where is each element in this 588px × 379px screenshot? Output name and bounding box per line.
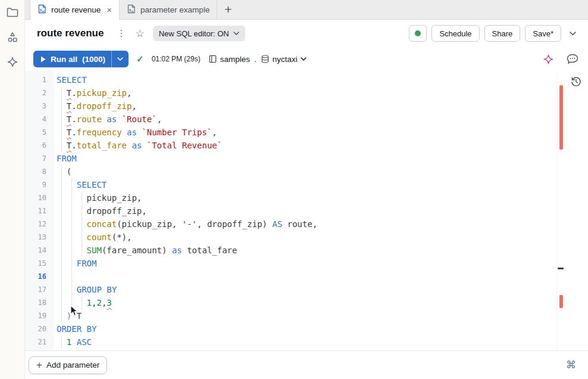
kebab-menu-icon[interactable]: ⋮	[112, 28, 130, 39]
code-line-row[interactable]: 10 pickup_zip,	[25, 191, 588, 204]
line-number: 15	[25, 257, 54, 270]
indent-guide	[61, 218, 62, 231]
code-line-row[interactable]: 5 T.frequency as `Number Trips`,	[25, 126, 588, 139]
code-line[interactable]: count(*),	[54, 231, 588, 244]
code-line-row[interactable]: 21 1 ASC	[25, 335, 588, 349]
code-line-row[interactable]: 6 T.total_fare as `Total Revenue`	[25, 139, 588, 152]
overview-ruler-divider	[556, 71, 557, 350]
share-button[interactable]: Share	[484, 25, 521, 42]
code-line[interactable]: T.total_fare as `Total Revenue`	[54, 139, 588, 152]
indent-guide	[61, 139, 62, 152]
query-toolbar: route revenue ⋮ ☆ New SQL editor: ON Sch…	[25, 20, 588, 47]
code-line-row[interactable]: 13 count(*),	[25, 231, 588, 244]
code-line[interactable]	[54, 270, 588, 283]
line-number: 12	[25, 218, 54, 231]
indent-guide	[71, 191, 72, 204]
indent-guide	[71, 231, 72, 244]
indent-guide	[71, 218, 72, 231]
run-success-check-icon: ✓	[136, 54, 144, 64]
line-number: 20	[25, 322, 54, 335]
catalog-schema-selector[interactable]: samples . nyctaxi	[208, 54, 306, 64]
query-title[interactable]: route revenue	[37, 27, 104, 39]
code-line[interactable]: SELECT	[54, 73, 588, 86]
tab-route-revenue[interactable]: route revenue ×	[30, 0, 120, 20]
add-parameter-button[interactable]: + Add parameter	[29, 356, 107, 374]
code-line-row[interactable]: 14 SUM(fare_amount) as total_fare	[25, 244, 588, 257]
connection-status-button[interactable]	[409, 25, 427, 42]
line-number: 3	[25, 100, 54, 113]
code-line[interactable]: FROM	[54, 152, 588, 165]
run-all-button[interactable]: Run all (1000)	[33, 51, 129, 67]
code-line[interactable]: ) T	[54, 309, 588, 322]
schedule-button[interactable]: Schedule	[431, 25, 479, 42]
code-line-row[interactable]: 17 GROUP BY	[25, 283, 588, 296]
catalog-icon	[208, 54, 217, 64]
status-dot-green	[415, 30, 421, 36]
code-line[interactable]: SUM(fare_amount) as total_fare	[54, 244, 588, 257]
code-line[interactable]: SELECT	[54, 178, 588, 191]
database-icon	[261, 54, 270, 64]
code-line[interactable]: T.frequency as `Number Trips`,	[54, 126, 588, 139]
code-line[interactable]: T.dropoff_zip,	[54, 100, 588, 113]
runbar-icons	[543, 54, 581, 64]
indent-guide	[61, 100, 62, 113]
code-line[interactable]: ORDER BY	[54, 322, 588, 335]
plus-icon: +	[36, 360, 42, 370]
code-line-row[interactable]: 11 dropoff_zip,	[25, 204, 588, 218]
code-line[interactable]: (	[54, 165, 588, 178]
code-line[interactable]: pickup_zip,	[54, 191, 588, 204]
chevron-down-icon	[301, 57, 306, 61]
code-line[interactable]: 1,2,3	[54, 296, 588, 309]
code-line[interactable]: concat(pickup_zip, '-', dropoff_zip) AS …	[54, 218, 588, 231]
run-all-main[interactable]: Run all (1000)	[33, 51, 111, 67]
tab-label: parameter example	[140, 5, 209, 14]
run-bar: Run all (1000) ✓ 01:02 PM (29s) samples …	[25, 47, 588, 71]
command-key-icon[interactable]: ⌘	[566, 359, 580, 371]
code-line-row[interactable]: 1SELECT	[25, 73, 588, 86]
favorite-star-icon[interactable]: ☆	[130, 27, 149, 40]
folder-icon[interactable]	[6, 5, 19, 18]
code-line-row[interactable]: 9 SELECT	[25, 178, 588, 191]
indent-guide	[61, 270, 62, 283]
left-rail	[0, 0, 25, 379]
code-line-row[interactable]: 2 T.pickup_zip,	[25, 86, 588, 100]
code-line-row[interactable]: 7FROM	[25, 152, 588, 165]
indent-guide	[82, 231, 82, 244]
code-line-row[interactable]: 16	[25, 270, 588, 283]
tab-parameter-example[interactable]: parameter example	[120, 0, 217, 19]
assistant-sparkle-icon[interactable]	[6, 55, 19, 69]
indent-guide	[82, 191, 82, 204]
sql-file-icon	[37, 4, 46, 15]
new-tab-button[interactable]: +	[217, 0, 239, 19]
code-line-row[interactable]: 3 T.dropoff_zip,	[25, 100, 588, 113]
new-sql-editor-toggle[interactable]: New SQL editor: ON	[153, 26, 245, 41]
code-line-row[interactable]: 18 1,2,3	[25, 296, 588, 309]
indent-guide	[71, 257, 72, 270]
workspace-objects-icon[interactable]	[6, 30, 19, 44]
code-line-row[interactable]: 4 T.route as `Route`,	[25, 113, 588, 126]
code-line[interactable]: T.pickup_zip,	[54, 86, 588, 100]
code-line-row[interactable]: 20ORDER BY	[25, 322, 588, 335]
history-icon[interactable]	[570, 76, 582, 90]
code-line[interactable]: FROM	[54, 257, 588, 270]
more-actions-chevron[interactable]	[566, 32, 580, 36]
tab-label: route revenue	[51, 5, 101, 14]
save-button[interactable]: Save*	[525, 25, 561, 42]
indent-guide	[61, 113, 62, 126]
code-line[interactable]: GROUP BY	[54, 283, 588, 296]
code-line[interactable]: T.route as `Route`,	[54, 113, 588, 126]
close-tab-icon[interactable]: ×	[107, 5, 112, 14]
code-line-row[interactable]: 15 FROM	[25, 257, 588, 270]
code-line-row[interactable]: 19 ) T	[25, 309, 588, 322]
line-number: 9	[25, 178, 54, 191]
code-line[interactable]: 1 ASC	[54, 335, 588, 349]
assistant-sparkle-gradient-icon[interactable]	[543, 54, 553, 64]
run-options-chevron[interactable]	[111, 51, 129, 67]
comments-icon[interactable]	[567, 54, 578, 64]
code-line-row[interactable]: 12 concat(pickup_zip, '-', dropoff_zip) …	[25, 218, 588, 231]
line-number: 13	[25, 231, 54, 244]
code-line-row[interactable]: 8 (	[25, 165, 588, 178]
line-number: 8	[25, 165, 54, 178]
code-line[interactable]: dropoff_zip,	[54, 204, 588, 218]
code-editor[interactable]: 1SELECT2 T.pickup_zip,3 T.dropoff_zip,4 …	[25, 71, 588, 350]
